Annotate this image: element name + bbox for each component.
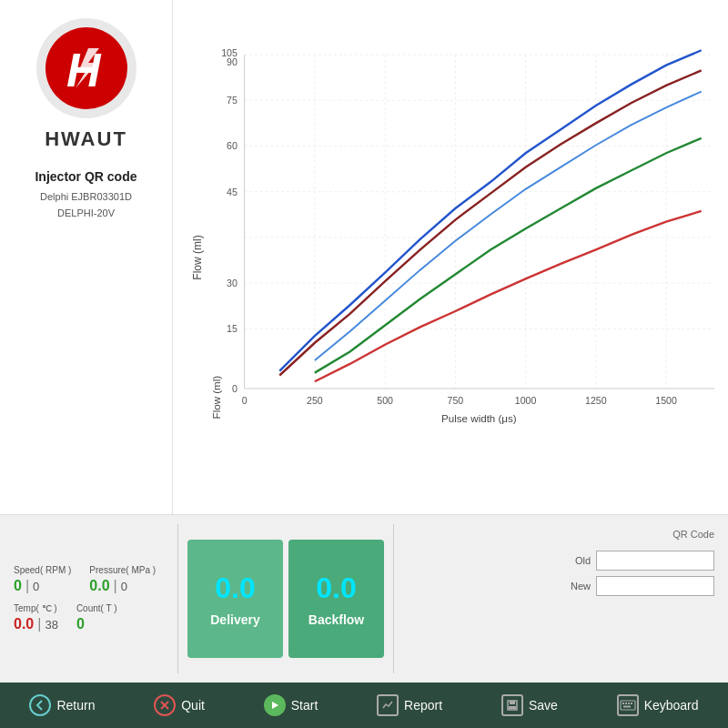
delivery-value: 0.0: [215, 571, 255, 605]
pressure-stat: Pressure( MPa ) 0.0 | 0: [89, 565, 156, 594]
injector-subtitle: Delphi EJBR03301D DELPHI-20V: [40, 189, 132, 221]
stats-section: Speed( RPM ) 0 | 0 Pressure( MPa ) 0.0 |…: [0, 515, 177, 682]
chart-container: Flow (ml): [173, 0, 728, 514]
logo-icon: H: [59, 41, 114, 96]
brand-name: HWAUT: [45, 127, 127, 151]
svg-text:75: 75: [227, 95, 238, 106]
backflow-box: 0.0 Backflow: [288, 540, 384, 658]
start-label: Start: [291, 698, 318, 713]
svg-text:500: 500: [377, 395, 393, 406]
return-label: Return: [56, 698, 95, 713]
svg-rect-41: [622, 703, 624, 704]
svg-text:0: 0: [242, 395, 248, 406]
qr-old-row: Old: [408, 551, 714, 571]
svg-text:105: 105: [221, 47, 238, 58]
speed-sub: 0: [33, 580, 39, 593]
qr-new-input[interactable]: [596, 576, 714, 596]
return-button[interactable]: Return: [29, 694, 95, 716]
temp-stat: Temp( ℃ ) 0.0 | 38: [14, 603, 58, 632]
keyboard-button[interactable]: Keyboard: [617, 694, 699, 716]
pressure-value: 0.0: [89, 578, 109, 594]
svg-marker-36: [272, 702, 278, 709]
svg-text:60: 60: [227, 140, 238, 151]
pressure-sub: 0: [121, 580, 127, 593]
start-icon: [264, 694, 286, 716]
svg-rect-40: [621, 701, 635, 710]
speed-stat: Speed( RPM ) 0 | 0: [14, 565, 71, 594]
svg-text:250: 250: [307, 395, 323, 406]
metric-boxes: 0.0 Delivery 0.0 Backflow: [178, 515, 393, 682]
svg-rect-38: [510, 701, 515, 704]
save-button[interactable]: Save: [501, 694, 558, 716]
svg-rect-45: [623, 706, 631, 708]
count-label: Count( T ): [76, 603, 117, 613]
qr-section: QR Code Old New: [394, 515, 728, 682]
svg-text:1250: 1250: [585, 395, 607, 406]
toolbar: Return Quit Start: [0, 682, 728, 728]
report-icon: [377, 694, 399, 716]
delivery-box: 0.0 Delivery: [187, 540, 283, 658]
keyboard-label: Keyboard: [644, 698, 699, 713]
qr-old-input[interactable]: [596, 551, 714, 571]
svg-text:Flow (ml): Flow (ml): [211, 376, 222, 420]
svg-text:45: 45: [227, 187, 238, 197]
injector-title: Injector QR code: [35, 169, 136, 184]
count-value: 0: [76, 616, 85, 632]
quit-icon: [154, 694, 176, 716]
qr-title: QR Code: [408, 529, 714, 540]
quit-button[interactable]: Quit: [154, 694, 205, 716]
svg-text:15: 15: [227, 323, 238, 334]
save-icon: [501, 694, 523, 716]
qr-new-label: New: [565, 581, 591, 592]
svg-text:1500: 1500: [655, 395, 677, 406]
start-button[interactable]: Start: [264, 694, 318, 716]
delivery-label: Delivery: [210, 612, 259, 627]
count-stat: Count( T ) 0: [76, 603, 117, 632]
qr-new-row: New: [408, 576, 714, 596]
chart-svg: 0 15 30 45 60 75 90 105 0 250 500 750 10…: [209, 9, 719, 487]
sidebar: H HWAUT Injector QR code Delphi EJBR0330…: [0, 0, 173, 514]
svg-rect-43: [628, 703, 630, 704]
report-label: Report: [404, 698, 442, 713]
y-axis-label: Flow (ml): [191, 235, 204, 279]
backflow-value: 0.0: [316, 571, 356, 605]
temp-sub: 38: [45, 618, 57, 632]
logo-circle: H: [36, 18, 136, 118]
save-label: Save: [529, 698, 558, 713]
speed-value: 0: [14, 578, 22, 594]
temp-value: 0.0: [14, 616, 34, 632]
report-button[interactable]: Report: [377, 694, 442, 716]
temp-label: Temp( ℃ ): [14, 603, 58, 613]
svg-rect-39: [509, 706, 516, 709]
keyboard-icon: [617, 694, 639, 716]
svg-text:0: 0: [232, 383, 238, 394]
logo-container: H: [36, 18, 136, 118]
svg-text:Pulse width (μs): Pulse width (μs): [441, 413, 517, 424]
return-icon: [29, 694, 51, 716]
pressure-label: Pressure( MPa ): [89, 565, 156, 575]
backflow-label: Backflow: [308, 612, 364, 627]
svg-text:1000: 1000: [515, 395, 537, 406]
speed-label: Speed( RPM ): [14, 565, 71, 575]
svg-text:30: 30: [227, 278, 238, 288]
bottom-panel: Speed( RPM ) 0 | 0 Pressure( MPa ) 0.0 |…: [0, 514, 728, 682]
svg-text:750: 750: [447, 395, 463, 406]
svg-rect-42: [625, 703, 627, 704]
quit-label: Quit: [181, 698, 205, 713]
logo-inner: H: [46, 27, 127, 109]
svg-rect-44: [631, 703, 632, 704]
qr-old-label: Old: [565, 555, 591, 566]
